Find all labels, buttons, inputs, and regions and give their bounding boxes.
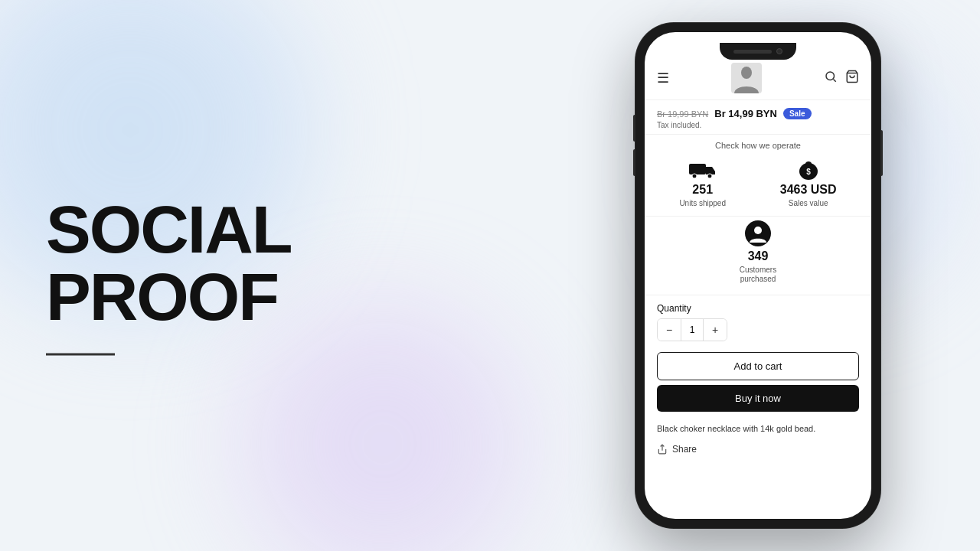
svg-point-11 bbox=[754, 227, 762, 234]
check-how-text: Check how we operate bbox=[645, 134, 871, 153]
sales-value-number: 3463 USD bbox=[780, 184, 837, 196]
customers-stat: 349 Customers purchased bbox=[740, 217, 776, 287]
price-row: Br 19,99 BYN Br 14,99 BYN Sale bbox=[657, 108, 859, 119]
center-stat-row: 349 Customers purchased bbox=[645, 217, 871, 295]
buy-now-button[interactable]: Buy it now bbox=[657, 385, 859, 412]
share-label: Share bbox=[672, 444, 697, 455]
units-shipped-number: 251 bbox=[692, 184, 713, 196]
quantity-decrease-button[interactable]: − bbox=[658, 319, 681, 341]
phone-frame: ☰ bbox=[635, 23, 880, 528]
svg-point-2 bbox=[826, 72, 835, 80]
quantity-label: Quantity bbox=[657, 303, 859, 314]
volume-up-button bbox=[633, 115, 635, 142]
main-title: SOCIAL PROOF bbox=[46, 196, 490, 331]
quantity-section: Quantity − 1 + bbox=[645, 295, 871, 346]
phone-wrapper: ☰ bbox=[635, 23, 880, 528]
share-icon bbox=[657, 444, 668, 455]
product-description: Black choker necklace with 14k gold bead… bbox=[645, 418, 871, 439]
tax-note: Tax included. bbox=[657, 121, 859, 129]
customers-label: Customers purchased bbox=[740, 266, 776, 284]
power-button bbox=[880, 130, 883, 176]
svg-point-1 bbox=[741, 67, 752, 79]
original-price: Br 19,99 BYN bbox=[657, 109, 708, 119]
sale-price: Br 14,99 BYN bbox=[714, 108, 777, 119]
volume-down-button bbox=[633, 149, 635, 176]
phone-nav: ☰ bbox=[645, 60, 871, 100]
quantity-value: 1 bbox=[681, 319, 704, 341]
cta-section: Add to cart Buy it now bbox=[645, 346, 871, 418]
nav-logo-area bbox=[731, 63, 762, 93]
stats-grid: 251 Units shipped $ 3463 USD Sales value bbox=[645, 153, 871, 217]
sales-value-stat: $ 3463 USD Sales value bbox=[780, 158, 837, 208]
units-shipped-stat: 251 Units shipped bbox=[679, 158, 726, 208]
product-section: Br 19,99 BYN Br 14,99 BYN Sale Tax inclu… bbox=[645, 100, 871, 134]
truck-icon bbox=[689, 158, 717, 181]
menu-icon[interactable]: ☰ bbox=[657, 70, 669, 86]
units-shipped-label: Units shipped bbox=[679, 199, 726, 208]
svg-text:$: $ bbox=[806, 168, 811, 176]
cart-icon[interactable] bbox=[845, 70, 859, 87]
svg-line-3 bbox=[833, 79, 835, 81]
speaker bbox=[733, 50, 772, 54]
customers-number: 349 bbox=[748, 250, 769, 262]
svg-rect-5 bbox=[689, 164, 706, 174]
sale-badge: Sale bbox=[783, 108, 812, 119]
divider-line bbox=[46, 354, 115, 356]
left-section: SOCIAL PROOF bbox=[46, 196, 490, 356]
phone-notch bbox=[720, 43, 796, 60]
phone-screen: ☰ bbox=[645, 32, 871, 519]
screen-content: ☰ bbox=[645, 32, 871, 519]
share-row[interactable]: Share bbox=[645, 439, 871, 459]
brand-logo bbox=[731, 63, 762, 93]
quantity-control: − 1 + bbox=[657, 318, 727, 341]
svg-point-6 bbox=[692, 174, 697, 178]
search-icon[interactable] bbox=[824, 70, 838, 87]
money-bag-icon: $ bbox=[795, 158, 822, 181]
svg-point-7 bbox=[707, 174, 712, 178]
camera bbox=[776, 48, 782, 54]
nav-right-icons bbox=[824, 70, 859, 87]
add-to-cart-button[interactable]: Add to cart bbox=[657, 352, 859, 380]
quantity-increase-button[interactable]: + bbox=[704, 319, 727, 341]
customers-icon bbox=[744, 220, 772, 247]
sales-value-label: Sales value bbox=[789, 199, 828, 208]
